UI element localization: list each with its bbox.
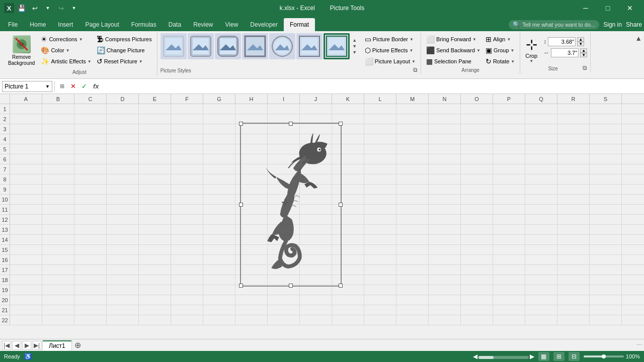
cell-S17[interactable]	[590, 265, 622, 275]
cell-B18[interactable]	[42, 275, 74, 285]
row-num-8[interactable]: 8	[0, 174, 10, 184]
col-header-R[interactable]: R	[557, 94, 590, 104]
maximize-btn[interactable]: □	[598, 0, 618, 16]
cell-A17[interactable]	[10, 265, 42, 275]
cell-M11[interactable]	[396, 205, 429, 214]
cell-B14[interactable]	[42, 235, 74, 244]
cell-K21[interactable]	[332, 305, 364, 315]
cell-A2[interactable]	[10, 114, 42, 124]
cell-N20[interactable]	[429, 295, 461, 305]
cell-E6[interactable]	[139, 154, 171, 164]
row-num-13[interactable]: 13	[0, 225, 10, 234]
cell-B12[interactable]	[42, 215, 74, 224]
tab-insert[interactable]: Insert	[52, 18, 79, 31]
cell-R14[interactable]	[557, 235, 590, 244]
cell-P19[interactable]	[493, 285, 525, 295]
cell-L7[interactable]	[364, 164, 396, 174]
cell-D7[interactable]	[107, 164, 139, 174]
styles-expand-btn[interactable]: ⧉	[413, 66, 418, 73]
cell-S11[interactable]	[590, 205, 622, 214]
cell-G9[interactable]	[203, 185, 235, 194]
cell-I21[interactable]	[268, 305, 300, 315]
cell-R13[interactable]	[557, 225, 590, 234]
cell-S14[interactable]	[590, 235, 622, 244]
cell-N22[interactable]	[429, 315, 461, 325]
cell-L18[interactable]	[364, 275, 396, 285]
cell-Q8[interactable]	[525, 174, 557, 184]
cell-R8[interactable]	[557, 174, 590, 184]
cell-N18[interactable]	[429, 275, 461, 285]
cell-D12[interactable]	[107, 215, 139, 224]
cell-B13[interactable]	[42, 225, 74, 234]
cell-Q17[interactable]	[525, 265, 557, 275]
sheet-nav-first[interactable]: |◀	[2, 341, 11, 350]
cell-M22[interactable]	[396, 315, 429, 325]
cell-R18[interactable]	[557, 275, 590, 285]
cell-S6[interactable]	[590, 154, 622, 164]
cell-P12[interactable]	[493, 215, 525, 224]
row-num-1[interactable]: 1	[0, 104, 10, 114]
cell-M3[interactable]	[396, 124, 429, 134]
cell-Q12[interactable]	[525, 215, 557, 224]
cell-K2[interactable]	[332, 114, 364, 124]
cell-L14[interactable]	[364, 235, 396, 244]
col-header-B[interactable]: B	[42, 94, 74, 104]
cell-J2[interactable]	[300, 114, 332, 124]
cell-N12[interactable]	[429, 215, 461, 224]
cell-D13[interactable]	[107, 225, 139, 234]
cell-S3[interactable]	[590, 124, 622, 134]
cell-G17[interactable]	[203, 265, 235, 275]
cell-G3[interactable]	[203, 124, 235, 134]
cell-S4[interactable]	[590, 134, 622, 144]
cell-O22[interactable]	[461, 315, 493, 325]
cell-C11[interactable]	[74, 205, 107, 214]
cell-F8[interactable]	[171, 174, 203, 184]
sheet-nav-last[interactable]: ▶|	[32, 341, 41, 350]
cell-B2[interactable]	[42, 114, 74, 124]
row-num-19[interactable]: 19	[0, 285, 10, 295]
cell-B17[interactable]	[42, 265, 74, 275]
cell-M9[interactable]	[396, 185, 429, 194]
cell-P20[interactable]	[493, 295, 525, 305]
formula-more-btn[interactable]: ⊞	[57, 81, 67, 92]
cell-A6[interactable]	[10, 154, 42, 164]
cell-F16[interactable]	[171, 255, 203, 264]
cell-D15[interactable]	[107, 245, 139, 254]
cell-D10[interactable]	[107, 195, 139, 204]
cell-F2[interactable]	[171, 114, 203, 124]
cell-R4[interactable]	[557, 134, 590, 144]
cell-O5[interactable]	[461, 144, 493, 154]
col-header-A[interactable]: A	[10, 94, 42, 104]
scroll-more-btn[interactable]: ▼	[351, 50, 359, 55]
cell-A8[interactable]	[10, 174, 42, 184]
cell-D17[interactable]	[107, 265, 139, 275]
cell-C8[interactable]	[74, 174, 107, 184]
width-up-btn[interactable]: ▲	[580, 48, 587, 53]
compress-btn[interactable]: 🗜 Compress Pictures	[95, 34, 154, 44]
cell-F11[interactable]	[171, 205, 203, 214]
cell-B15[interactable]	[42, 245, 74, 254]
undo-quick-btn[interactable]: ↩	[29, 3, 40, 14]
cell-M7[interactable]	[396, 164, 429, 174]
fx-btn[interactable]: fx	[91, 82, 101, 90]
color-btn[interactable]: 🎨 Color ▼	[39, 45, 93, 55]
cell-C2[interactable]	[74, 114, 107, 124]
style-thumb-6[interactable]	[296, 33, 323, 59]
cell-Q9[interactable]	[525, 185, 557, 194]
cell-N9[interactable]	[429, 185, 461, 194]
cell-M2[interactable]	[396, 114, 429, 124]
cell-P15[interactable]	[493, 245, 525, 254]
align-btn[interactable]: ⊞ Align ▼	[484, 34, 517, 44]
cell-S2[interactable]	[590, 114, 622, 124]
cell-G20[interactable]	[203, 295, 235, 305]
cell-O8[interactable]	[461, 174, 493, 184]
cell-F15[interactable]	[171, 245, 203, 254]
cell-G14[interactable]	[203, 235, 235, 244]
scroll-right-btn[interactable]: ▶	[530, 353, 534, 360]
ribbon-collapse-btn[interactable]: ▲	[635, 32, 642, 42]
cell-F7[interactable]	[171, 164, 203, 174]
cell-L1[interactable]	[364, 104, 396, 114]
tab-page-layout[interactable]: Page Layout	[79, 18, 125, 31]
tab-home[interactable]: Home	[24, 18, 52, 31]
page-break-btn[interactable]: ⊟	[569, 352, 580, 361]
